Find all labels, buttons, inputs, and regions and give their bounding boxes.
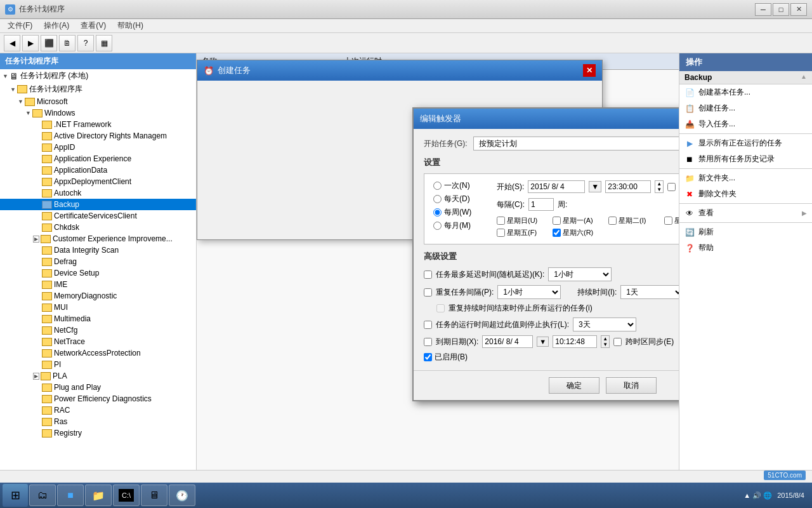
toolbar-back-button[interactable]: ◀ [4,35,20,51]
toolbar-show-button[interactable]: ⬛ [41,35,57,51]
tree-node-adright[interactable]: Active Directory Rights Managem [0,130,196,142]
repeat-stop-checkbox[interactable] [436,304,445,312]
taskbar-clock[interactable]: 🕐 [169,485,195,506]
weekday-sun[interactable]: 星期日(U) [497,216,549,225]
expire-time-input[interactable] [553,335,597,348]
expire-date-dropdown[interactable]: ▼ [537,337,549,347]
weekday-mon[interactable]: 星期一(A) [553,216,605,225]
tree-node-windows[interactable]: ▼ Windows [0,107,196,119]
right-action-show-running[interactable]: ▶ 显示所有正在运行的任务 [679,135,812,151]
right-section-arrow[interactable]: ▲ [801,73,807,80]
taskbar-explorer[interactable]: 🗂 [29,485,56,506]
start-date-input[interactable] [528,180,585,193]
toolbar-help-button[interactable]: ? [77,35,94,51]
tree-node-mui[interactable]: MUI [0,302,196,313]
weekday-sat[interactable]: 星期六(R) [553,228,605,237]
tree-node-appxdeploy[interactable]: AppxDeploymentClient [0,176,196,187]
tree-node-pi[interactable]: PI [0,359,196,370]
toolbar-list-button[interactable]: ▦ [96,35,112,51]
create-task-dialog-close[interactable]: ✕ [583,64,596,77]
radio-daily-input[interactable] [433,195,442,203]
radio-daily[interactable]: 每天(D) [433,194,484,204]
weekday-fri[interactable]: 星期五(F) [497,228,549,237]
max-delay-select[interactable]: 1小时 [548,267,612,281]
radio-monthly[interactable]: 每月(M) [433,220,484,231]
ok-button[interactable]: 确定 [549,377,599,394]
tree-node-custexp[interactable]: ▶ Customer Experience Improveme... [0,233,196,244]
taskbar-server-manager[interactable]: 🖥 [141,485,167,506]
tree-node-devsetup[interactable]: Device Setup [0,267,196,279]
expire-checkbox[interactable] [424,338,432,346]
tree-node-netcfg[interactable]: NetCfg [0,324,196,336]
toolbar-forward-button[interactable]: ▶ [22,35,39,51]
tree-node-multimedia[interactable]: Multimedia [0,313,196,324]
weekday-wed-checkbox[interactable] [664,217,672,225]
cross-timezone-checkbox[interactable] [667,183,676,191]
tree-node-certsvcs[interactable]: CertificateServicesClient [0,210,196,222]
right-action-new-folder[interactable]: 📁 新文件夹... [679,170,812,186]
tree-node-microsoft[interactable]: ▼ Microsoft [0,96,196,107]
menu-help[interactable]: 帮助(H) [112,19,148,32]
radio-weekly[interactable]: 每周(W) [433,207,484,218]
tree-node-plugplay[interactable]: Plug and Play [0,382,196,393]
tree-node-datainteg[interactable]: Data Integrity Scan [0,244,196,256]
weekday-sun-checkbox[interactable] [497,217,505,225]
tree-node-ime[interactable]: IME [0,279,196,290]
toolbar-doc-button[interactable]: 🗎 [59,35,75,51]
taskbar-cmd[interactable]: C:\ [113,485,140,506]
tree-node-nettrace[interactable]: NetTrace [0,336,196,347]
radio-monthly-input[interactable] [433,222,442,230]
weekday-mon-checkbox[interactable] [553,217,561,225]
repeat-interval-checkbox[interactable] [424,288,432,297]
date-dropdown-btn[interactable]: ▼ [589,181,601,192]
tree-node-registry[interactable]: Registry [0,427,196,439]
expire-time-spinner[interactable]: ▲ ▼ [601,335,610,348]
menu-view[interactable]: 查看(V) [75,19,111,32]
duration-select[interactable]: 1天 [620,285,679,299]
repeat-interval-select[interactable]: 1小时 [497,285,561,299]
tree-node-appdata[interactable]: ApplicationData [0,164,196,176]
weekday-sat-checkbox[interactable] [553,229,561,237]
menu-file[interactable]: 文件(F) [3,19,37,32]
expire-timezone-checkbox[interactable] [613,338,622,346]
start-task-select[interactable]: 按预定计划 [473,137,679,150]
tree-area[interactable]: ▼ 🖥 任务计划程序 (本地) ▼ 任务计划程序库 ▼ Microsoft ▼ … [0,69,196,470]
radio-once-input[interactable] [433,182,442,190]
tree-node-dotnet[interactable]: .NET Framework [0,119,196,130]
tree-node-memdiag[interactable]: MemoryDiagnostic [0,290,196,302]
right-action-refresh[interactable]: 🔄 刷新 [679,224,812,240]
stop-overtime-select[interactable]: 3天 [573,318,636,331]
minimize-button[interactable]: ─ [755,3,771,16]
tree-node-chkdsk[interactable]: Chkdsk [0,222,196,233]
tree-node-autochk[interactable]: Autochk [0,187,196,199]
right-action-view[interactable]: 👁 查看 ▶ [679,205,812,221]
cancel-button[interactable]: 取消 [606,377,657,394]
radio-weekly-input[interactable] [433,208,442,217]
tree-node-library[interactable]: ▼ 任务计划程序库 [0,83,196,96]
max-delay-checkbox[interactable] [424,271,432,279]
maximize-button[interactable]: □ [773,3,789,16]
enabled-checkbox[interactable] [424,353,432,361]
right-action-disable-history[interactable]: ⏹ 禁用所有任务历史记录 [679,151,812,167]
expire-date-input[interactable] [482,335,533,348]
taskbar-terminal[interactable]: ■ [57,485,84,506]
tree-node-backup[interactable]: Backup [0,199,196,210]
right-action-create-task[interactable]: 📋 创建任务... [679,100,812,116]
weekday-tue[interactable]: 星期二(I) [608,216,660,225]
right-action-import[interactable]: 📥 导入任务... [679,116,812,132]
stop-overtime-checkbox[interactable] [424,321,432,329]
right-action-delete-folder[interactable]: ✖ 删除文件夹 [679,186,812,202]
weekday-tue-checkbox[interactable] [608,217,617,225]
tree-node-defrag[interactable]: Defrag [0,256,196,267]
time-spinner[interactable]: ▲ ▼ [655,180,664,193]
tree-node-ras[interactable]: Ras [0,416,196,427]
weekday-wed[interactable]: 星期三(Y) [664,216,679,225]
radio-once[interactable]: 一次(N) [433,180,484,191]
tree-node-pla[interactable]: ▶ PLA [0,370,196,382]
every-value-input[interactable] [528,198,554,211]
right-action-help[interactable]: ❓ 帮助 [679,240,812,256]
taskbar-folder[interactable]: 📁 [85,485,112,506]
close-button[interactable]: ✕ [790,3,807,16]
tree-node-rac[interactable]: RAC [0,404,196,416]
tree-node-appid[interactable]: AppID [0,142,196,153]
